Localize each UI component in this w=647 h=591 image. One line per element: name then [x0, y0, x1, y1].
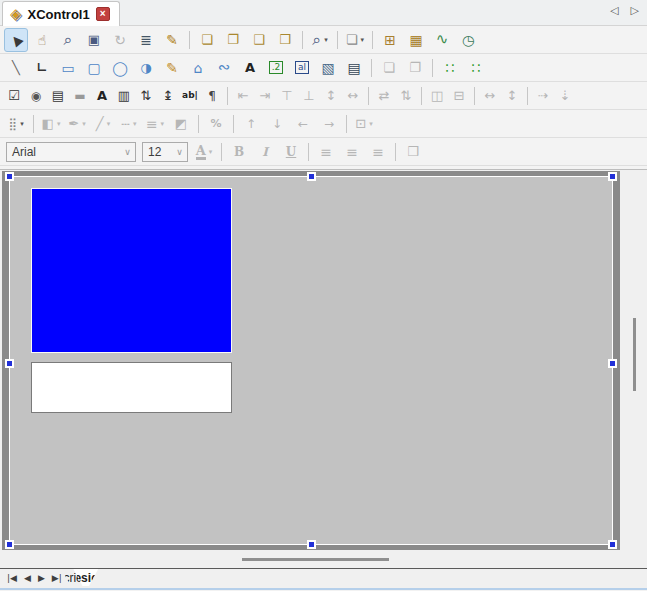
shift-right-button: →	[317, 112, 341, 136]
rectangle-tool-button[interactable]: ▭	[56, 56, 80, 80]
line-style-button: ┄▾	[117, 112, 141, 136]
toolbar-separator	[395, 143, 396, 161]
first-page-button[interactable]: |◀	[7, 572, 17, 584]
bring-to-front-icon: ❏	[201, 33, 213, 46]
edit-mask-tool-icon: al	[295, 61, 309, 74]
listbox-tool-button[interactable]: ▥	[113, 84, 135, 108]
arrange-menu-icon: ❏	[346, 33, 358, 46]
design-canvas[interactable]	[9, 176, 613, 545]
edit-tool-button[interactable]: ab|	[179, 84, 201, 108]
updown-tool-button[interactable]: ↨	[157, 84, 179, 108]
resize-handle-middle-right[interactable]	[608, 359, 617, 368]
pie-tool-button[interactable]: ◑	[134, 56, 158, 80]
text-tool-button[interactable]: A	[238, 56, 262, 80]
scroll-tabs-left-button[interactable]: ◁	[610, 5, 618, 16]
grid-options-icon: ⣿	[8, 118, 17, 130]
ellipse-tool-button[interactable]: ◯	[108, 56, 132, 80]
polygon-tool-button[interactable]: ⌂	[186, 56, 210, 80]
move-vertical-icon: ⇣	[560, 89, 571, 102]
close-tab-button[interactable]: ×	[96, 7, 110, 21]
select-tool-button[interactable]: ▲	[4, 28, 28, 52]
combobox-tool-button[interactable]: ▤	[47, 84, 69, 108]
button-tool-button[interactable]: ▬	[69, 84, 91, 108]
radio-tool-button[interactable]: ◉	[25, 84, 47, 108]
select-tool-icon: ▲	[8, 31, 24, 47]
snap-to-grid-button[interactable]: ∷	[438, 56, 462, 80]
edit-tool-icon: ab|	[182, 91, 198, 100]
resize-handle-top-right[interactable]	[608, 172, 617, 181]
numeric-field-tool-button[interactable]: .2	[264, 56, 288, 80]
chevron-down-icon: ∨	[172, 147, 187, 157]
combobox-tool-icon: ▤	[52, 89, 64, 102]
scroll-tabs-right-button[interactable]: ▷	[631, 5, 639, 16]
font-size-combo[interactable]: 12∨	[142, 142, 188, 162]
pencil-tool-button[interactable]: ✎	[160, 56, 184, 80]
checkbox-tool-button[interactable]: ☑	[3, 84, 25, 108]
resize-handle-bottom-center[interactable]	[307, 540, 316, 549]
arrange-menu-button[interactable]: ❏▾	[343, 28, 367, 52]
resize-handle-middle-left[interactable]	[5, 359, 14, 368]
curve-tool-button[interactable]: ∾	[212, 56, 236, 80]
font-toolbar: Arial∨12∨A▾BIU≡≡≡❒	[0, 138, 647, 166]
align-text-center-button: ≡	[340, 140, 364, 164]
rectangle-tool-icon: ▭	[61, 61, 74, 75]
curve-tool-icon: ∾	[218, 60, 231, 75]
prev-page-button[interactable]: ◀	[24, 572, 31, 584]
send-backward-icon: ❒	[279, 33, 291, 46]
zoom-region-button[interactable]: ▣	[82, 28, 106, 52]
vertical-scroll-thumb[interactable]	[633, 318, 636, 391]
db-grid-button[interactable]: ▦	[404, 28, 428, 52]
blue-shape[interactable]	[31, 188, 232, 353]
white-box[interactable]	[31, 362, 232, 413]
line-tool-button[interactable]: ╲	[4, 56, 28, 80]
snap-to-grid-icon: ∷	[446, 61, 455, 75]
bring-to-front-button[interactable]: ❏	[195, 28, 219, 52]
shift-down-button: ↓	[265, 112, 289, 136]
align-right-button: ⇥	[254, 84, 276, 108]
rounded-rectangle-tool-button[interactable]: ▢	[82, 56, 106, 80]
last-page-button[interactable]: ▶|	[52, 572, 62, 584]
send-backward-button[interactable]: ❒	[273, 28, 297, 52]
resize-handle-bottom-left[interactable]	[5, 540, 14, 549]
dialog-wizard-button[interactable]: ⊞	[378, 28, 402, 52]
memo-tool-button[interactable]: ¶	[201, 84, 223, 108]
line-color-button: ╱▾	[91, 112, 115, 136]
dropdown-arrow-icon: ▾	[107, 120, 111, 128]
drawing-toolbar: ╲∟▭▢◯◑✎⌂∾A.2al▧▤❏❐∷∷	[0, 54, 647, 82]
resize-handle-top-left[interactable]	[5, 172, 14, 181]
align-to-grid-button[interactable]: ∷	[464, 56, 488, 80]
hand-pan-tool-button[interactable]: ☝	[30, 28, 54, 52]
next-page-button[interactable]: ▶	[38, 572, 45, 584]
image-tool-button[interactable]: ▧	[316, 56, 340, 80]
document-tab-xcontrol1[interactable]: ◈ XControl1 ×	[2, 1, 120, 26]
zoom-menu-button[interactable]: ⌕▾	[308, 28, 332, 52]
line-width-button: ≡▾	[143, 112, 167, 136]
grid-options-button[interactable]: ⣿▾	[4, 112, 28, 136]
toolbar-separator	[233, 115, 234, 133]
horizontal-scroll-thumb[interactable]	[242, 558, 389, 561]
chart-button[interactable]: ∿	[430, 28, 454, 52]
dropdown-arrow-icon: ▾	[57, 120, 61, 128]
font-color-icon: A	[196, 144, 206, 160]
controls-alignment-toolbar: ☑◉▤▬A▥⇅↨ab|¶⇤⇥⊤⊥↕↔⇄⇅◫⊟↔↕⇢⇣	[0, 82, 647, 110]
edit-points-button[interactable]: ✎	[160, 28, 184, 52]
zoom-tool-button[interactable]: ⌕	[56, 28, 80, 52]
space-equally-horizontal-button: ⇄	[373, 84, 395, 108]
send-to-back-button[interactable]: ❐	[221, 28, 245, 52]
spinedit-tool-button[interactable]: ⇅	[135, 84, 157, 108]
tab-order-button[interactable]: ≣	[134, 28, 158, 52]
clock-button[interactable]: ◷	[456, 28, 480, 52]
align-right-icon: ⇥	[260, 89, 271, 102]
ruler-tool-button[interactable]: ▤	[342, 56, 366, 80]
font-family-combo[interactable]: Arial∨	[6, 142, 136, 162]
resize-handle-bottom-right[interactable]	[608, 540, 617, 549]
label-tool-button[interactable]: A	[91, 84, 113, 108]
edit-mask-tool-button[interactable]: al	[290, 56, 314, 80]
bring-forward-button[interactable]: ❑	[247, 28, 271, 52]
toolbar-separator	[189, 31, 190, 49]
toolbar-separator	[346, 115, 347, 133]
page-nav-buttons: |◀◀▶▶|	[0, 569, 72, 584]
polyline-tool-button[interactable]: ∟	[30, 56, 54, 80]
underline-icon: U	[286, 146, 296, 158]
resize-handle-top-center[interactable]	[307, 172, 316, 181]
